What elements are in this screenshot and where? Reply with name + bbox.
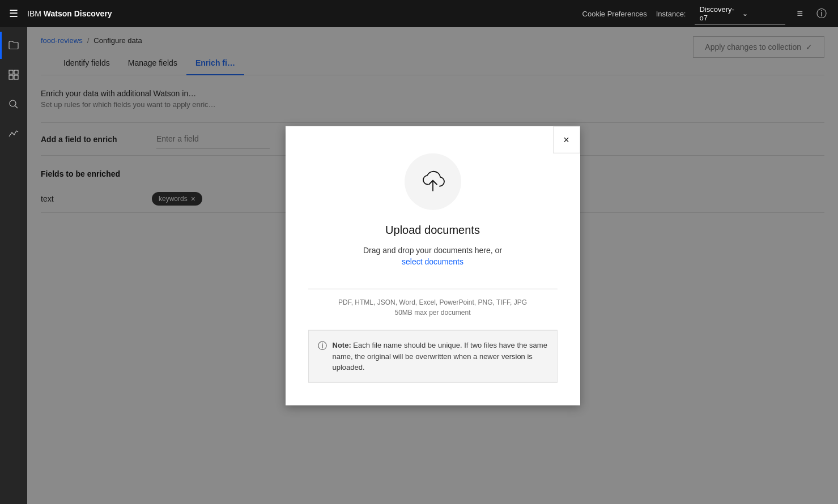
cookie-preferences-button[interactable]: Cookie Preferences — [582, 10, 647, 18]
chevron-down-icon: ⌄ — [742, 10, 781, 18]
svg-rect-0 — [9, 70, 13, 74]
svg-rect-2 — [9, 75, 13, 79]
info-icon[interactable]: ⓘ — [814, 5, 829, 23]
instance-dropdown[interactable]: Discovery-o7 ⌄ — [695, 3, 785, 25]
modal-body: Upload documents Drag and drop your docu… — [286, 126, 580, 405]
content-area: food-reviews / Configure data Apply chan… — [27, 27, 838, 504]
upload-icon-container — [405, 153, 461, 210]
topnav: ☰ IBM Watson Discovery Cookie Preference… — [0, 0, 838, 27]
file-size-text: 50MB max per document — [394, 309, 470, 317]
list-icon[interactable]: ≡ — [794, 6, 805, 22]
topnav-right: Cookie Preferences Instance: Discovery-o… — [582, 3, 829, 25]
svg-point-4 — [10, 100, 16, 106]
upload-modal: × Upload documents Drag and drop your do… — [286, 126, 580, 405]
chart-icon — [8, 128, 19, 139]
sidebar — [0, 27, 27, 504]
svg-rect-1 — [14, 70, 18, 74]
note-text: Note: Each file name should be unique. I… — [333, 340, 548, 373]
grid-icon — [8, 69, 19, 80]
modal-close-button[interactable]: × — [553, 126, 580, 153]
file-types-text: PDF, HTML, JSON, Word, Excel, PowerPoint… — [338, 298, 527, 306]
hamburger-button[interactable]: ☰ — [9, 7, 18, 20]
note-box: ⓘ Note: Each file name should be unique.… — [308, 330, 558, 383]
sidebar-item-search[interactable] — [0, 91, 27, 118]
upload-cloud-icon — [418, 167, 448, 197]
select-documents-link[interactable]: select documents — [402, 257, 463, 266]
sidebar-item-grid[interactable] — [0, 61, 27, 88]
folder-icon — [8, 40, 19, 51]
main-layout: food-reviews / Configure data Apply chan… — [0, 27, 838, 504]
search-icon — [8, 99, 19, 110]
instance-label: Instance: — [656, 10, 686, 18]
drag-drop-text: Drag and drop your documents here, or — [363, 246, 502, 255]
sidebar-item-analytics[interactable] — [0, 120, 27, 147]
modal-title: Upload documents — [385, 224, 480, 237]
app-title: IBM Watson Discovery — [27, 9, 582, 18]
note-icon: ⓘ — [318, 340, 327, 352]
divider — [308, 289, 558, 289]
sidebar-item-folder[interactable] — [0, 32, 27, 59]
svg-rect-3 — [14, 75, 18, 79]
